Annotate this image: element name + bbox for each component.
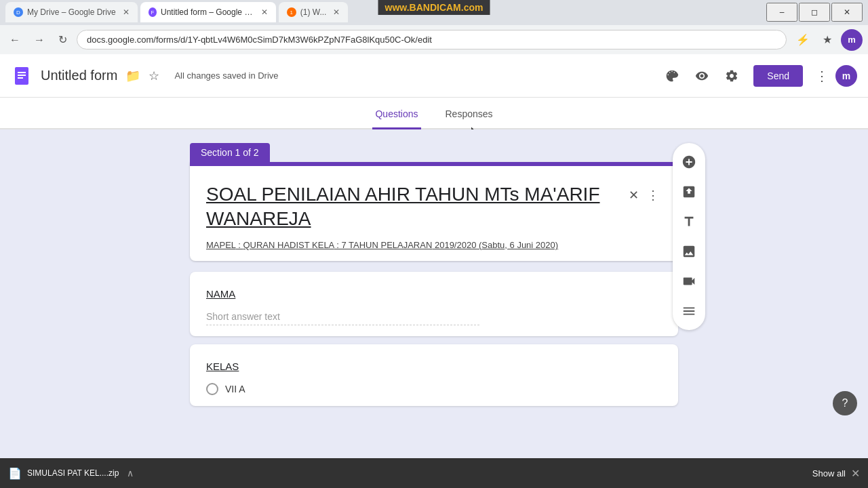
add-title-button[interactable] — [675, 208, 703, 235]
tab-drive[interactable]: D My Drive – Google Drive ✕ — [5, 2, 138, 22]
browser-titlebar: D My Drive – Google Drive ✕ F Untitled f… — [0, 0, 868, 24]
file-icon: 📄 — [8, 467, 22, 480]
form-subtitle: MAPEL : QURAN HADIST KELA : 7 TAHUN PELA… — [206, 240, 662, 250]
video-icon — [682, 274, 696, 289]
subtitle-quran: QURAN HADIST KELA — [243, 240, 334, 250]
other-favicon: 1 — [287, 7, 296, 17]
minimize-button[interactable]: – — [766, 3, 797, 22]
svg-rect-2 — [18, 75, 26, 76]
import-questions-button[interactable] — [675, 178, 703, 205]
star-button[interactable]: ☆ — [144, 66, 163, 86]
avatar[interactable]: m — [835, 65, 857, 87]
preview-button[interactable] — [688, 62, 715, 89]
nama-question-card: NAMA Short answer text — [190, 272, 678, 336]
kelas-question-card: KELAS VII A — [190, 344, 678, 406]
send-button[interactable]: Send — [753, 65, 803, 87]
import-icon — [682, 184, 696, 199]
section-icon — [682, 304, 696, 319]
subtitle-colon1: : — [236, 240, 243, 250]
section-badge: Section 1 of 2 — [190, 143, 270, 162]
other-tab-label: (1) W... — [300, 7, 327, 17]
bottom-bar: 📄 SIMULASI PAT KEL....zip ∧ Show all ✕ — [0, 458, 868, 488]
form-container: Section 1 of 2 ✕ ⋮ SOAL PENILAIAN AHIR T… — [190, 143, 678, 443]
form-header-card: ✕ ⋮ SOAL PENILAIAN AHIR TAHUN MTs MA'ARI… — [190, 162, 678, 261]
subtitle-sabtu: Sabtu — [481, 240, 505, 250]
show-all-link[interactable]: Show all — [812, 468, 846, 479]
subtitle-date: , 6 Juni 2020) — [505, 240, 558, 250]
tab-questions[interactable]: Questions — [372, 99, 420, 129]
forward-button[interactable]: → — [30, 31, 49, 49]
settings-button[interactable] — [718, 62, 745, 89]
forms-favicon: F — [149, 7, 157, 17]
add-section-button[interactable] — [675, 298, 703, 325]
subtitle-year: 2019/2020 ( — [432, 240, 481, 250]
refresh-button[interactable]: ↻ — [54, 30, 71, 49]
right-sidebar — [673, 143, 705, 330]
url-text: docs.google.com/forms/d/1Y-qbtLv4W6M0cSi… — [87, 35, 432, 45]
bottom-expand-button[interactable]: ∧ — [127, 468, 134, 479]
subtitle-colon2: : 7 — [334, 240, 349, 250]
back-button[interactable]: ← — [5, 31, 24, 49]
more-card-button[interactable]: ⋮ — [644, 185, 662, 205]
tab-forms[interactable]: F Untitled form – Google Forms ✕ — [140, 2, 276, 22]
close-button[interactable]: ✕ — [831, 3, 863, 22]
form-card-inner: ✕ ⋮ SOAL PENILAIAN AHIR TAHUN MTs MA'ARI… — [190, 166, 678, 261]
add-video-button[interactable] — [675, 268, 703, 295]
toolbar-icons: ⚡ ★ m — [792, 29, 863, 51]
bottom-file-item: 📄 SIMULASI PAT KEL....zip ∧ — [8, 467, 812, 480]
account-button[interactable]: m — [841, 29, 863, 51]
collapse-button[interactable]: ✕ — [626, 185, 642, 205]
bookmark-button[interactable]: ★ — [816, 29, 838, 51]
image-icon — [682, 244, 696, 259]
gear-icon — [725, 69, 738, 83]
add-question-button[interactable] — [675, 148, 703, 176]
help-button[interactable]: ? — [833, 391, 857, 415]
add-circle-icon — [682, 155, 696, 169]
forms-tab-close[interactable]: ✕ — [261, 7, 268, 17]
kelas-label: KELAS — [206, 361, 662, 372]
svg-rect-3 — [18, 77, 23, 79]
main-content: Section 1 of 2 ✕ ⋮ SOAL PENILAIAN AHIR T… — [0, 129, 868, 456]
header-icons: Send ⋮ m — [658, 62, 857, 89]
subtitle-tahun: TAHUN PELAJARAN — [349, 240, 432, 250]
more-options-button[interactable]: ⋮ — [811, 65, 833, 87]
forms-logo-icon — [12, 66, 31, 85]
app-tabs: Questions Responses ◣ — [0, 98, 868, 129]
window-controls: – ◻ ✕ — [766, 3, 863, 22]
nama-short-answer-placeholder: Short answer text — [206, 311, 479, 325]
drive-tab-close[interactable]: ✕ — [123, 7, 130, 17]
nama-label: NAMA — [206, 288, 662, 300]
subtitle-mapel: MAPEL — [206, 240, 236, 250]
svg-rect-1 — [18, 72, 26, 73]
forms-tab-label: Untitled form – Google Forms — [161, 7, 254, 17]
radio-label-viia: VII A — [225, 384, 245, 394]
add-image-button[interactable] — [675, 238, 703, 265]
folder-button[interactable]: 📁 — [121, 66, 144, 86]
kelas-option-viia[interactable]: VII A — [206, 383, 662, 395]
bottom-filename: SIMULASI PAT KEL....zip — [27, 468, 119, 478]
app-logo — [11, 65, 33, 87]
address-bar[interactable]: docs.google.com/forms/d/1Y-qbtLv4W6M0cSi… — [77, 30, 787, 49]
app-header: Untitled form 📁 ☆ All changes saved in D… — [0, 54, 868, 98]
tab-other[interactable]: 1 (1) W... ✕ — [279, 2, 349, 22]
eye-icon — [695, 69, 709, 83]
browser-toolbar: ← → ↻ docs.google.com/forms/d/1Y-qbtLv4W… — [0, 24, 868, 54]
app-title: Untitled form — [41, 68, 117, 83]
save-status: All changes saved in Drive — [174, 70, 278, 81]
tab-responses[interactable]: Responses ◣ — [443, 99, 496, 129]
radio-circle-viia — [206, 383, 218, 395]
palette-icon — [665, 69, 679, 83]
restore-button[interactable]: ◻ — [799, 3, 830, 22]
other-tab-close[interactable]: ✕ — [333, 7, 340, 17]
extension-button[interactable]: ⚡ — [792, 29, 814, 51]
bottom-bar-close-button[interactable]: ✕ — [851, 467, 860, 480]
palette-button[interactable] — [658, 62, 686, 89]
title-icon — [682, 214, 696, 229]
drive-tab-label: My Drive – Google Drive — [27, 7, 116, 17]
drive-favicon: D — [14, 7, 23, 17]
form-title: SOAL PENILAIAN AHIR TAHUN MTs MA'ARIF WA… — [206, 182, 662, 232]
